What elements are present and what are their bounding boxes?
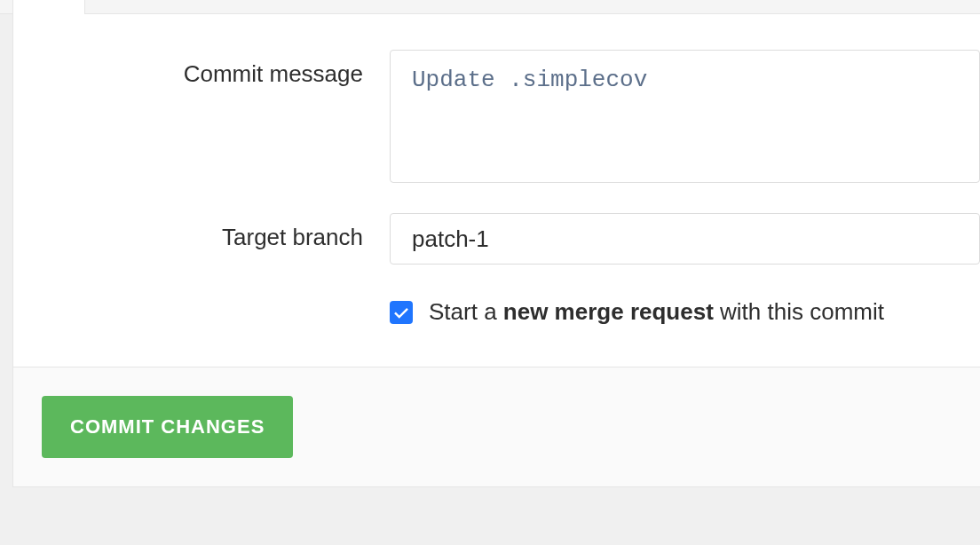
commit-message-input[interactable]: [390, 50, 980, 183]
commit-message-label: Commit message: [13, 50, 390, 88]
commit-changes-button[interactable]: Commit Changes: [42, 396, 293, 458]
target-branch-row: Target branch: [13, 213, 980, 265]
merge-request-prefix: Start a: [429, 298, 503, 325]
form-footer: Commit Changes: [12, 367, 980, 487]
target-branch-input[interactable]: [390, 213, 980, 265]
merge-request-label[interactable]: Start a new merge request with this comm…: [429, 298, 884, 326]
active-tab-indicator: [12, 0, 85, 14]
commit-message-row: Commit message: [13, 50, 980, 186]
check-icon: [393, 304, 409, 320]
commit-message-wrap: [390, 50, 980, 186]
target-branch-label: Target branch: [13, 213, 390, 251]
tab-bar: [0, 0, 980, 14]
commit-form-panel: Commit message Target branch Start a new…: [12, 14, 980, 367]
merge-request-suffix: with this commit: [714, 298, 884, 325]
merge-request-bold: new merge request: [503, 298, 714, 325]
merge-request-row: Start a new merge request with this comm…: [390, 298, 980, 326]
merge-request-checkbox[interactable]: [390, 301, 413, 324]
target-branch-wrap: [390, 213, 980, 265]
